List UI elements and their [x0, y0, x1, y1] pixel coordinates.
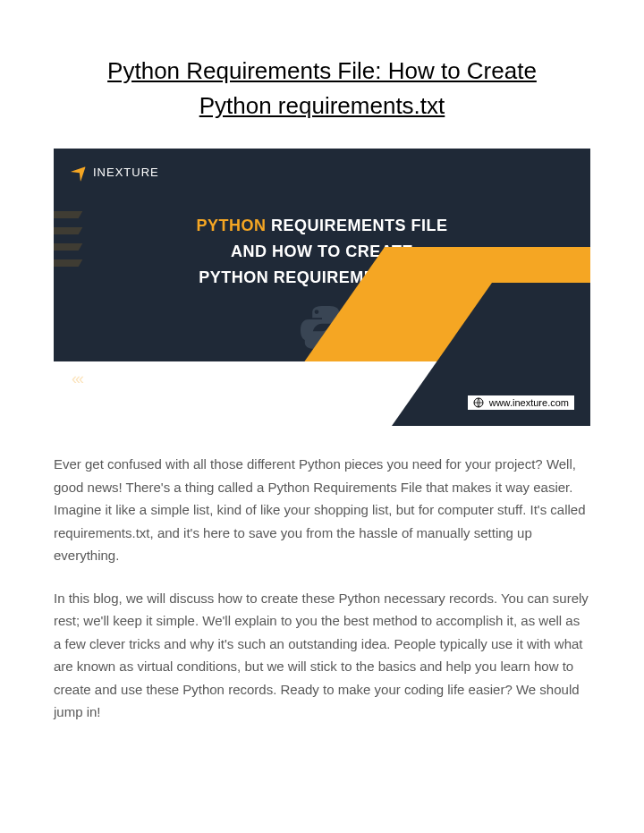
logo-text: INEXTURE: [93, 166, 159, 179]
brand-logo: INEXTURE: [73, 165, 159, 179]
banner-url: www.inexture.com: [468, 395, 574, 410]
url-text: www.inexture.com: [489, 397, 569, 408]
paragraph-2: In this blog, we will discuss how to cre…: [54, 587, 590, 724]
logo-icon: [71, 162, 91, 183]
page-title: Python Requirements File: How to Create …: [54, 54, 590, 123]
globe-icon: [473, 397, 484, 408]
headline-accent: PYTHON: [196, 217, 266, 234]
hero-banner: INEXTURE PYTHON REQUIREMENTS FILE AND HO…: [54, 149, 590, 426]
title-line-2: Python requirements.txt: [199, 92, 445, 119]
title-line-1: Python Requirements File: How to Create: [107, 57, 537, 84]
paragraph-1: Ever get confused with all those differe…: [54, 453, 590, 567]
decorative-quotes: ‹‹‹: [72, 370, 82, 388]
headline-rest1: REQUIREMENTS FILE: [267, 217, 448, 234]
